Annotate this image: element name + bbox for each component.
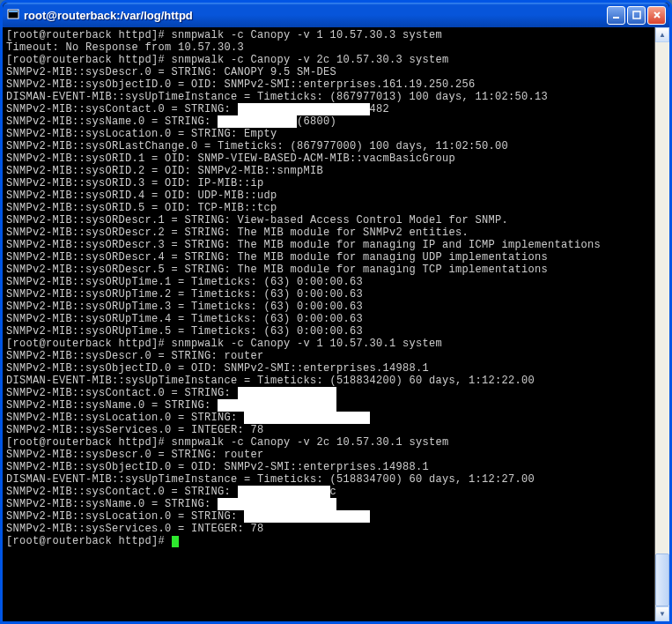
terminal-window: root@routerback:/var/log/httpd [root@rou… xyxy=(0,0,672,624)
terminal-line: DISMAN-EVENT-MIB::sysUpTimeInstance = Ti… xyxy=(6,91,651,103)
terminal-line: SNMPv2-MIB::sysLocation.0 = STRING: xyxy=(6,412,651,424)
redacted-text xyxy=(218,115,297,128)
terminal-line: SNMPv2-MIB::sysLocation.0 = STRING: Empt… xyxy=(6,128,651,140)
terminal-line: SNMPv2-MIB::sysORID.2 = OID: SNMPv2-MIB:… xyxy=(6,165,651,177)
terminal-line: SNMPv2-MIB::sysContact.0 = STRING: 482 xyxy=(6,103,651,115)
terminal-line: SNMPv2-MIB::sysORID.4 = OID: UDP-MIB::ud… xyxy=(6,189,651,202)
terminal-line: SNMPv2-MIB::sysName.0 = STRING: xyxy=(6,399,651,412)
terminal-line: SNMPv2-MIB::sysName.0 = STRING: (6800) xyxy=(6,115,651,128)
terminal-line: SNMPv2-MIB::sysORUpTime.4 = Timeticks: (… xyxy=(6,313,651,325)
terminal-line: SNMPv2-MIB::sysORUpTime.1 = Timeticks: (… xyxy=(6,276,651,288)
terminal-line: SNMPv2-MIB::sysServices.0 = INTEGER: 78 xyxy=(6,424,651,436)
terminal-line: SNMPv2-MIB::sysLocation.0 = STRING: xyxy=(6,510,651,523)
redacted-text xyxy=(218,399,336,412)
terminal-line: SNMPv2-MIB::sysORID.3 = OID: IP-MIB::ip xyxy=(6,177,651,189)
terminal-line: SNMPv2-MIB::sysObjectID.0 = OID: SNMPv2-… xyxy=(6,78,651,91)
terminal-line: SNMPv2-MIB::sysORDescr.2 = STRING: The M… xyxy=(6,227,651,239)
scroll-track[interactable] xyxy=(655,42,669,606)
terminal-line: SNMPv2-MIB::sysORDescr.5 = STRING: The M… xyxy=(6,264,651,276)
terminal-line: SNMPv2-MIB::sysContact.0 = STRING: c xyxy=(6,486,651,498)
scroll-down-button[interactable]: ▼ xyxy=(655,606,669,621)
terminal-line: SNMPv2-MIB::sysORDescr.4 = STRING: The M… xyxy=(6,251,651,264)
terminal-line: SNMPv2-MIB::sysORUpTime.5 = Timeticks: (… xyxy=(6,325,651,338)
terminal-line: SNMPv2-MIB::sysName.0 = STRING: xyxy=(6,498,651,510)
terminal-line: DISMAN-EVENT-MIB::sysUpTimeInstance = Ti… xyxy=(6,375,651,387)
terminal-line: SNMPv2-MIB::sysServices.0 = INTEGER: 78 xyxy=(6,523,651,535)
terminal-line: [root@routerback httpd]# snmpwalk -c Can… xyxy=(6,54,651,66)
terminal-line: SNMPv2-MIB::sysDescr.0 = STRING: router xyxy=(6,449,651,461)
terminal-line: Timeout: No Response from 10.57.30.3 xyxy=(6,41,651,54)
terminal-line: SNMPv2-MIB::sysDescr.0 = STRING: router xyxy=(6,350,651,362)
window-controls xyxy=(607,6,666,25)
terminal-line: SNMPv2-MIB::sysORLastChange.0 = Timetick… xyxy=(6,140,651,152)
scroll-up-button[interactable]: ▲ xyxy=(655,27,669,42)
terminal-line: SNMPv2-MIB::sysORDescr.1 = STRING: View-… xyxy=(6,214,651,227)
svg-rect-3 xyxy=(633,11,640,19)
terminal-line: [root@routerback httpd]# snmpwalk -c Can… xyxy=(6,338,651,350)
terminal-line: SNMPv2-MIB::sysContact.0 = STRING: xyxy=(6,387,651,399)
terminal-line: SNMPv2-MIB::sysORID.5 = OID: TCP-MIB::tc… xyxy=(6,202,651,214)
svg-rect-2 xyxy=(613,17,619,19)
redacted-text xyxy=(244,510,370,523)
window-title: root@routerback:/var/log/httpd xyxy=(24,9,607,22)
scrollbar[interactable]: ▲ ▼ xyxy=(654,27,669,621)
app-icon xyxy=(6,8,20,22)
terminal-line: DISMAN-EVENT-MIB::sysUpTimeInstance = Ti… xyxy=(6,473,651,486)
redacted-text xyxy=(218,498,336,510)
terminal-area: [root@routerback httpd]# snmpwalk -c Can… xyxy=(3,27,669,621)
terminal-line: [root@routerback httpd]# snmpwalk -c Can… xyxy=(6,29,651,41)
terminal-line: SNMPv2-MIB::sysObjectID.0 = OID: SNMPv2-… xyxy=(6,362,651,375)
terminal-line: SNMPv2-MIB::sysORUpTime.3 = Timeticks: (… xyxy=(6,301,651,313)
terminal-output[interactable]: [root@routerback httpd]# snmpwalk -c Can… xyxy=(3,27,654,621)
terminal-line: SNMPv2-MIB::sysORID.1 = OID: SNMP-VIEW-B… xyxy=(6,152,651,165)
terminal-line: SNMPv2-MIB::sysORDescr.3 = STRING: The M… xyxy=(6,239,651,251)
svg-rect-1 xyxy=(9,11,18,12)
terminal-line: [root@routerback httpd]# xyxy=(6,535,651,547)
cursor xyxy=(172,536,179,547)
close-button[interactable] xyxy=(647,6,666,25)
redacted-text xyxy=(238,103,370,115)
redacted-text xyxy=(238,486,330,498)
titlebar[interactable]: root@routerback:/var/log/httpd xyxy=(3,3,669,27)
maximize-button[interactable] xyxy=(627,6,646,25)
terminal-line: SNMPv2-MIB::sysObjectID.0 = OID: SNMPv2-… xyxy=(6,461,651,473)
scroll-thumb[interactable] xyxy=(655,553,669,606)
redacted-text xyxy=(244,412,370,424)
minimize-button[interactable] xyxy=(607,6,625,25)
terminal-line: SNMPv2-MIB::sysDescr.0 = STRING: CANOPY … xyxy=(6,66,651,78)
redacted-text xyxy=(238,387,337,399)
terminal-line: [root@routerback httpd]# snmpwalk -c Can… xyxy=(6,436,651,449)
terminal-line: SNMPv2-MIB::sysORUpTime.2 = Timeticks: (… xyxy=(6,288,651,301)
